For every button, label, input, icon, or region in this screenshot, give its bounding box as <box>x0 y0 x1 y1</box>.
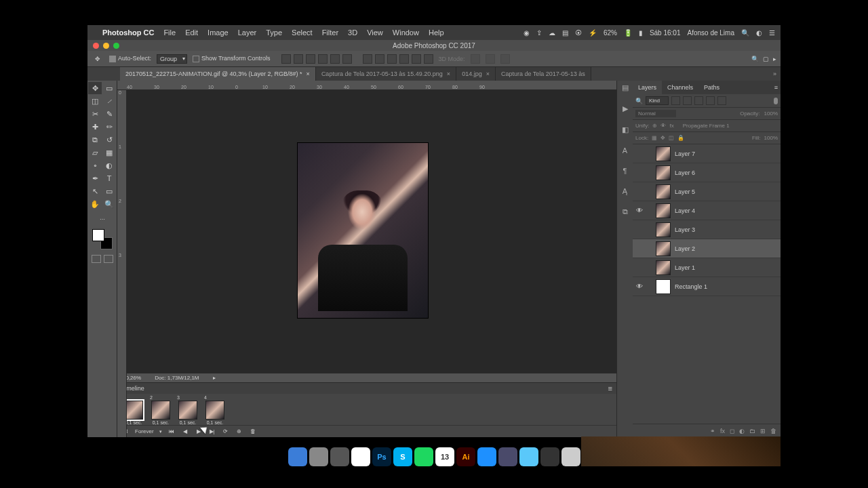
layer-thumbnail[interactable] <box>656 165 671 180</box>
app-name[interactable]: Photoshop CC <box>102 28 154 37</box>
lasso-tool[interactable]: ⟋ <box>102 95 116 107</box>
canvas[interactable] <box>127 90 616 373</box>
clock[interactable]: Sáb 16:01 <box>650 29 681 37</box>
dropbox-icon[interactable]: ⇪ <box>536 29 542 37</box>
loop-select[interactable]: Forever <box>135 428 154 434</box>
tab-channels[interactable]: Channels <box>662 81 698 94</box>
record-icon[interactable]: ◉ <box>524 29 530 37</box>
close-tab-icon[interactable]: × <box>307 70 310 77</box>
panel-menu-icon[interactable]: ≡ <box>772 84 781 91</box>
duplicate-frame-button[interactable]: ⊕ <box>235 428 243 434</box>
fill-value[interactable]: 100% <box>764 135 778 141</box>
close-tab-icon[interactable]: × <box>486 70 490 77</box>
visibility-toggle[interactable]: 👁 <box>635 283 644 290</box>
frame-2[interactable]: 20,1 sec. <box>149 395 173 425</box>
filter-toggle[interactable] <box>774 98 778 104</box>
unify-visibility-icon[interactable]: 👁 <box>660 123 666 129</box>
siri-icon[interactable]: ◐ <box>756 29 762 37</box>
doc-tab-0[interactable]: 20170512_222715-ANIMATION.gif @ 40,3% (L… <box>120 67 316 81</box>
first-frame-button[interactable]: ⏮ <box>167 428 176 434</box>
layer-row[interactable]: Layer 7 <box>633 144 781 163</box>
dock-app[interactable]: Ps <box>372 447 391 466</box>
play-button[interactable]: ▶ <box>195 428 203 434</box>
dock-app[interactable] <box>330 447 349 466</box>
dock-app[interactable] <box>477 447 496 466</box>
next-frame-button[interactable]: ▶| <box>208 428 216 434</box>
frame-4[interactable]: 40,1 sec. <box>203 395 227 425</box>
dock-app[interactable] <box>351 447 370 466</box>
gradient-tool[interactable]: ▦ <box>102 146 116 159</box>
stamp-tool[interactable]: ⧉ <box>88 134 102 146</box>
healing-tool[interactable]: ✚ <box>88 121 102 133</box>
document-image[interactable] <box>298 143 428 318</box>
libraries-icon[interactable]: ⧉ <box>623 207 628 216</box>
dock-app[interactable] <box>309 447 328 466</box>
dock-app[interactable] <box>414 447 433 466</box>
dock-app[interactable]: Ai <box>456 447 475 466</box>
hand-tool[interactable]: ✋ <box>88 198 102 210</box>
foreground-color[interactable] <box>92 229 104 241</box>
doc-size[interactable]: Doc: 1,73M/12,1M <box>155 375 199 381</box>
unify-style-icon[interactable]: fx <box>669 123 673 129</box>
layer-thumbnail[interactable] <box>656 241 671 256</box>
eyedropper-tool[interactable]: ✎ <box>102 108 116 120</box>
adjustment-layer-icon[interactable]: ◐ <box>739 428 745 434</box>
prev-frame-button[interactable]: ◀ <box>181 428 189 434</box>
battery-icon[interactable]: 🔋 <box>624 29 632 37</box>
distribute-bottom-icon[interactable] <box>387 54 397 64</box>
user-name[interactable]: Afonso de Lima <box>688 29 735 37</box>
quickmask-mode-icon[interactable] <box>104 255 113 263</box>
dock-app[interactable] <box>288 447 307 466</box>
brush-tool[interactable]: ✏ <box>102 121 116 133</box>
wifi-icon[interactable]: ⦿ <box>575 29 582 37</box>
menu-edit[interactable]: Edit <box>185 28 198 37</box>
eraser-tool[interactable]: ▱ <box>88 146 102 159</box>
align-vcenter-icon[interactable] <box>294 54 303 64</box>
close-window-button[interactable] <box>93 43 99 49</box>
lock-artboard-icon[interactable]: ◫ <box>669 135 674 141</box>
filter-shape-icon[interactable] <box>706 96 715 105</box>
properties-icon[interactable]: ◧ <box>622 125 629 134</box>
dock-app[interactable] <box>561 447 580 466</box>
layer-row[interactable]: 👁 Rectangle 1 <box>633 277 781 296</box>
status-more-icon[interactable]: ▸ <box>213 375 216 381</box>
layer-thumbnail[interactable] <box>656 184 671 199</box>
align-hcenter-icon[interactable] <box>330 54 340 64</box>
tab-layers[interactable]: Layers <box>633 81 662 94</box>
align-right-icon[interactable] <box>342 54 352 64</box>
dock-app[interactable]: S <box>393 447 412 466</box>
notif-icon[interactable]: ▤ <box>562 29 568 37</box>
character-icon[interactable]: A <box>623 146 627 155</box>
layer-thumbnail[interactable] <box>656 260 671 275</box>
play-icon[interactable]: ▶ <box>623 104 628 113</box>
notification-center-icon[interactable]: ☰ <box>769 29 775 37</box>
close-tab-icon[interactable]: × <box>447 70 450 77</box>
new-layer-icon[interactable]: ⊞ <box>760 428 766 434</box>
filter-smart-icon[interactable] <box>717 96 726 105</box>
filter-search-icon[interactable]: 🔍 <box>635 98 643 104</box>
minimize-window-button[interactable] <box>103 43 109 49</box>
dodge-tool[interactable]: ◐ <box>102 159 116 171</box>
layer-thumbnail[interactable] <box>656 146 671 161</box>
menu-window[interactable]: Window <box>393 28 419 37</box>
auto-select-target[interactable]: Group <box>157 54 187 64</box>
group-icon[interactable]: 🗀 <box>749 428 755 434</box>
filter-type-icon[interactable] <box>694 96 703 105</box>
timeline-menu-icon[interactable]: ≡ <box>608 384 612 392</box>
standard-mode-icon[interactable] <box>92 255 101 263</box>
blur-tool[interactable]: ∘ <box>88 159 102 171</box>
visibility-toggle[interactable]: 👁 <box>635 207 644 214</box>
frame-3[interactable]: 30,1 sec. <box>176 395 200 425</box>
flag-icon[interactable]: ▮ <box>639 29 643 37</box>
layer-mask-icon[interactable]: ◻ <box>730 428 734 434</box>
menu-3d[interactable]: 3D <box>348 28 357 37</box>
distribute-vcenter-icon[interactable] <box>375 54 384 64</box>
history-brush-tool[interactable]: ↺ <box>102 134 116 146</box>
paragraph-icon[interactable]: ¶ <box>623 167 627 175</box>
lock-pixels-icon[interactable]: ▦ <box>652 135 657 141</box>
auto-select-checkbox[interactable] <box>109 56 116 62</box>
menu-layer[interactable]: Layer <box>238 28 257 37</box>
filter-adjust-icon[interactable] <box>683 96 692 105</box>
opacity-value[interactable]: 100% <box>764 110 778 117</box>
menu-file[interactable]: File <box>163 28 176 37</box>
